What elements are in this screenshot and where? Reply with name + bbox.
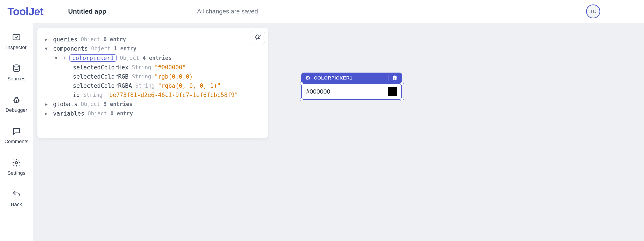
tree-key: selectedColorRGBA bbox=[73, 82, 132, 89]
resize-handle-tr[interactable] bbox=[400, 82, 404, 85]
tree-count: 0 entry bbox=[103, 36, 126, 42]
bug-icon bbox=[12, 95, 21, 105]
chat-icon bbox=[12, 126, 21, 136]
svg-point-1 bbox=[14, 65, 20, 67]
colorpicker-value: #000000 bbox=[306, 88, 330, 95]
tree-row[interactable]: selectedColorHexString"#000000" bbox=[41, 63, 262, 72]
app-name[interactable]: Untitled app bbox=[68, 8, 106, 15]
tree-key: id bbox=[73, 92, 80, 98]
tree-count: 0 entry bbox=[110, 110, 133, 117]
rail-label: Back bbox=[11, 202, 22, 208]
canvas[interactable]: ▶queriesObject0 entry▼componentsObject1 … bbox=[33, 23, 644, 241]
tree-key: selectedColorRGB bbox=[73, 73, 128, 80]
caret-right-icon[interactable]: ▶ bbox=[45, 37, 50, 42]
tree-key: globals bbox=[53, 101, 78, 108]
resize-handle-bl[interactable] bbox=[300, 98, 304, 101]
rail-item-inspector[interactable]: Inspector bbox=[0, 30, 33, 53]
tree-type: Object bbox=[81, 36, 100, 42]
svg-rect-0 bbox=[13, 34, 20, 40]
tree-key: variables bbox=[53, 110, 84, 117]
tree-row[interactable]: ▶globalsObject3 entries bbox=[41, 100, 262, 109]
inspector-panel: ▶queriesObject0 entry▼componentsObject1 … bbox=[37, 27, 268, 139]
gear-icon bbox=[12, 158, 21, 168]
rail-label: Debugger bbox=[6, 107, 27, 113]
rail-item-settings[interactable]: Settings bbox=[0, 155, 33, 178]
tree-row[interactable]: ▶variablesObject0 entry bbox=[41, 109, 262, 118]
main: Inspector Sources Debugger Comments Sett… bbox=[0, 23, 644, 241]
colorpicker-body[interactable]: #000000 bbox=[302, 83, 402, 100]
tree-count: 4 entries bbox=[142, 55, 172, 61]
rail-label: Settings bbox=[8, 170, 25, 176]
component-header: ⚙ COLORPICKER1 🗑 bbox=[302, 72, 402, 83]
component-header-label: COLORPICKER1 bbox=[314, 76, 352, 81]
svg-point-3 bbox=[15, 162, 18, 164]
canvas-component-colorpicker[interactable]: ⚙ COLORPICKER1 🗑 #000000 bbox=[302, 72, 402, 100]
rail-label: Comments bbox=[4, 139, 28, 144]
resize-handle-br[interactable] bbox=[400, 98, 404, 101]
rail-item-sources[interactable]: Sources bbox=[0, 61, 33, 84]
trash-icon[interactable]: 🗑 bbox=[392, 75, 398, 81]
caret-down-icon[interactable]: ▼ bbox=[55, 55, 60, 61]
rail-label: Sources bbox=[8, 76, 26, 82]
tree-type: String bbox=[132, 64, 151, 70]
pin-button[interactable] bbox=[252, 31, 265, 44]
resize-handle-tl[interactable] bbox=[300, 82, 304, 85]
back-arrow-icon bbox=[12, 189, 21, 199]
tree-count: 3 entries bbox=[103, 101, 132, 107]
tree-row[interactable]: ▼componentsObject1 entry bbox=[41, 44, 262, 53]
tree-key: queries bbox=[53, 36, 78, 43]
brand-logo[interactable]: ToolJet bbox=[8, 6, 43, 18]
tree-count: 1 entry bbox=[114, 46, 136, 52]
tree-type: String bbox=[83, 92, 102, 98]
tree-key: selectedColorHex bbox=[73, 64, 128, 71]
pin-icon bbox=[255, 34, 262, 40]
brand-text: ToolJet bbox=[8, 6, 43, 18]
tree-value: "#000000" bbox=[154, 64, 186, 71]
rail-label: Inspector bbox=[6, 44, 27, 50]
caret-right-icon[interactable]: ▶ bbox=[45, 102, 50, 107]
gear-icon[interactable]: ⚙ bbox=[306, 75, 310, 81]
tree-row[interactable]: idString"be773f81-d2e6-46c1-9fc7-1ef6fcb… bbox=[41, 90, 262, 100]
tree-row[interactable]: ▼⌖colorpicker1Object4 entries bbox=[41, 53, 262, 63]
color-swatch[interactable] bbox=[388, 87, 397, 96]
rail-item-back[interactable]: Back bbox=[0, 187, 33, 210]
caret-right-icon[interactable]: ▶ bbox=[45, 111, 50, 116]
tree-type: String bbox=[132, 74, 151, 80]
tree-row[interactable]: selectedColorRGBString"rgb(0,0,0)" bbox=[41, 72, 262, 81]
left-rail: Inspector Sources Debugger Comments Sett… bbox=[0, 23, 33, 241]
topbar: ToolJet Untitled app All changes are sav… bbox=[0, 0, 644, 23]
rail-item-debugger[interactable]: Debugger bbox=[0, 92, 33, 116]
tree-type: Object bbox=[120, 55, 139, 61]
tree-row[interactable]: selectedColorRGBAString"rgba(0, 0, 0, 1)… bbox=[41, 81, 262, 90]
inspector-icon bbox=[12, 32, 21, 42]
tree-value: "rgba(0, 0, 0, 1)" bbox=[158, 82, 220, 89]
caret-down-icon[interactable]: ▼ bbox=[45, 46, 50, 51]
tree-type: Object bbox=[88, 110, 107, 117]
tree-key: components bbox=[53, 45, 88, 52]
link-icon: ⌖ bbox=[63, 55, 66, 61]
tree-value: "rgb(0,0,0)" bbox=[154, 73, 196, 80]
tree-row[interactable]: ▶queriesObject0 entry bbox=[41, 35, 262, 44]
tree-type: Object bbox=[81, 101, 100, 107]
tree-type: Object bbox=[91, 46, 110, 52]
rail-item-comments[interactable]: Comments bbox=[0, 124, 33, 147]
tree-type: String bbox=[135, 83, 154, 89]
divider bbox=[388, 75, 389, 81]
tree-value: "be773f81-d2e6-46c1-9fc7-1ef6fcbc58f9" bbox=[106, 92, 238, 98]
component-badge[interactable]: colorpicker1 bbox=[70, 54, 116, 62]
avatar[interactable]: TD bbox=[586, 4, 600, 18]
save-status: All changes are saved bbox=[197, 8, 258, 15]
database-icon bbox=[12, 64, 21, 74]
